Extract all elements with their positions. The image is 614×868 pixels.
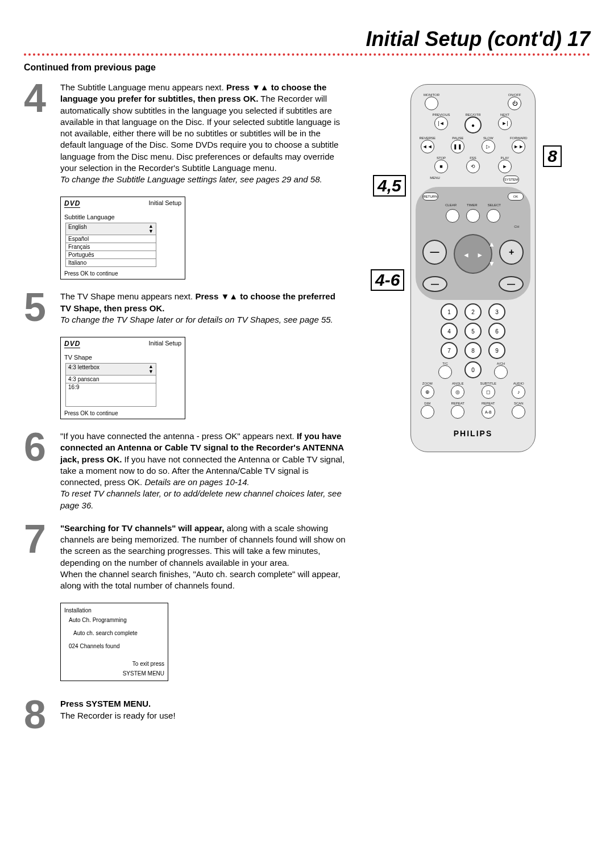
osd-title: Initial Setup — [149, 340, 181, 348]
subtitle-option[interactable]: Français — [65, 243, 156, 251]
ch-rocker-down[interactable]: — — [499, 276, 524, 292]
step-8-instruction: Press SYSTEM MENU. — [60, 699, 151, 708]
dim-button[interactable] — [421, 405, 434, 419]
osd-brand-logo: DVD — [64, 340, 80, 348]
tvshape-option[interactable]: 4:3 panscan — [65, 375, 156, 383]
dpad-up[interactable]: ▲ — [484, 239, 500, 250]
key-0[interactable]: 0 — [464, 361, 482, 378]
step-4-rest: The Recorder will automatically show sub… — [60, 94, 340, 173]
install-line1: Auto ch. search complete — [64, 628, 164, 638]
angle-button[interactable]: ◎ — [451, 385, 464, 399]
step-5-note: To change the TV Shape later or for deta… — [60, 315, 333, 324]
step-4-body: The Subtitle Language menu appears next.… — [60, 82, 348, 185]
repeat-button[interactable] — [451, 405, 464, 419]
btn-label: MENU — [430, 176, 440, 180]
zoom-button[interactable]: ⊕ — [421, 385, 434, 399]
fss-button[interactable]: ⟲ — [466, 160, 480, 173]
install-exit1: To exit press — [64, 659, 164, 669]
option-label: English — [68, 224, 87, 234]
step-5: 5 The TV Shape menu appears next. Press … — [24, 291, 348, 326]
tc-button[interactable] — [438, 365, 452, 379]
key-1[interactable]: 1 — [441, 303, 458, 320]
key-4[interactable]: 4 — [441, 323, 458, 340]
vol-rocker-down[interactable]: — — [422, 276, 447, 292]
key-8[interactable]: 8 — [464, 342, 482, 359]
return-button[interactable]: RETURN — [422, 193, 438, 201]
osd-tv-shape: DVD Initial Setup TV Shape 4:3 letterbox… — [60, 337, 185, 419]
step-7-bold: "Searching for TV channels" will appear, — [60, 523, 227, 533]
vol-rocker[interactable]: — — [422, 240, 447, 265]
install-sub: Auto Ch. Programming — [64, 615, 164, 625]
step-6: 6 "If you have connected the antenna - p… — [24, 431, 348, 511]
install-title: Installation — [64, 606, 164, 615]
key-2[interactable]: 2 — [464, 303, 482, 320]
step-7-number: 7 — [24, 523, 60, 557]
monitor-button[interactable] — [425, 97, 438, 110]
subtitle-option[interactable]: Italiano — [65, 258, 156, 267]
osd-title: Initial Setup — [149, 199, 181, 208]
btn-label: TIMER — [467, 203, 478, 207]
step-7-rest2: When the channel search finishes, "Auto … — [60, 569, 341, 590]
play-button[interactable]: ► — [498, 160, 512, 173]
ch-rocker[interactable]: + — [499, 240, 524, 265]
scan-button[interactable] — [512, 405, 525, 419]
step-6-note: To reset TV channels later, or to add/de… — [60, 489, 342, 510]
updown-icon: ▲▼ — [148, 364, 154, 374]
subtitle-button[interactable]: ◻ — [482, 385, 495, 399]
subtitle-option[interactable]: Español — [65, 235, 156, 243]
osd-footer: Press OK to continue — [61, 270, 185, 279]
audio-button[interactable]: ♪ — [512, 385, 525, 399]
forward-button[interactable]: ►► — [512, 140, 525, 153]
option-label: Français — [68, 244, 90, 250]
step-4-lead: The Subtitle Language menu appears next. — [60, 82, 226, 92]
main-content: 4 The Subtitle Language menu appears nex… — [24, 82, 590, 744]
key-7[interactable]: 7 — [441, 342, 458, 359]
subtitle-option[interactable]: English ▲▼ — [65, 223, 156, 235]
reverse-button[interactable]: ◄◄ — [421, 140, 434, 153]
step-7: 7 "Searching for TV channels" will appea… — [24, 523, 348, 592]
osd-group-label: TV Shape — [61, 349, 185, 362]
previous-button[interactable]: |◄ — [434, 116, 448, 130]
header-title: Initial Setup (cont'd) — [366, 27, 562, 51]
step-7-body: "Searching for TV channels" will appear,… — [60, 523, 348, 592]
option-label: 4:3 letterbox — [68, 364, 99, 374]
key-3[interactable]: 3 — [488, 303, 505, 320]
next-button[interactable]: ►| — [498, 116, 512, 130]
ok-button[interactable]: OK — [508, 193, 524, 201]
navigation-dpad[interactable]: ▲ ▼ ◄ ► — [454, 234, 492, 274]
step-8-body: Press SYSTEM MENU. The Recorder is ready… — [60, 698, 176, 721]
stop-button[interactable]: ■ — [434, 160, 448, 173]
tvshape-option[interactable]: 16:9 — [65, 383, 156, 391]
btn-label: SELECT — [488, 203, 501, 207]
updown-icon: ▲▼ — [148, 224, 154, 234]
tvshape-option[interactable]: 4:3 letterbox ▲▼ — [65, 363, 156, 375]
timer-button[interactable] — [466, 209, 480, 223]
dpad-right[interactable]: ► — [472, 249, 488, 261]
ach-button[interactable] — [494, 365, 508, 379]
select-button[interactable] — [487, 209, 500, 223]
key-9[interactable]: 9 — [488, 342, 505, 359]
key-6[interactable]: 6 — [488, 323, 505, 340]
option-label: Italiano — [68, 260, 86, 266]
step-5-number: 5 — [24, 291, 60, 325]
callout-4-5: 4,5 — [373, 175, 406, 197]
repeat-ab-button[interactable]: A-B — [482, 405, 495, 419]
system-menu-button[interactable]: SYSTEM — [503, 176, 519, 183]
subtitle-option[interactable]: Português — [65, 251, 156, 258]
slow-button[interactable]: ▷ — [482, 140, 495, 153]
tvshape-options: 4:3 letterbox ▲▼ 4:3 panscan 16:9 — [65, 363, 156, 407]
step-4: 4 The Subtitle Language menu appears nex… — [24, 82, 348, 185]
install-line2: 024 Channels found — [64, 641, 164, 651]
steps-column: 4 The Subtitle Language menu appears nex… — [24, 82, 348, 744]
osd-subtitle-language: DVD Initial Setup Subtitle Language Engl… — [60, 197, 185, 279]
tvshape-option-empty — [65, 391, 156, 399]
record-button[interactable]: ● — [464, 116, 482, 133]
step-6-lead: "If you have connected the antenna - pre… — [60, 431, 297, 441]
clear-button[interactable] — [446, 209, 459, 223]
onoff-button[interactable]: ⏻ — [508, 97, 521, 110]
remote-control-diagram: 8 4,5 4-6 MONITOR ON/OFF⏻ PREVIOUS|◄ REC… — [410, 84, 536, 452]
key-5[interactable]: 5 — [464, 323, 482, 340]
subtitle-options: English ▲▼ Español Français Português It… — [65, 223, 156, 267]
option-label: Español — [68, 236, 89, 242]
pause-button[interactable]: ❚❚ — [451, 140, 464, 153]
